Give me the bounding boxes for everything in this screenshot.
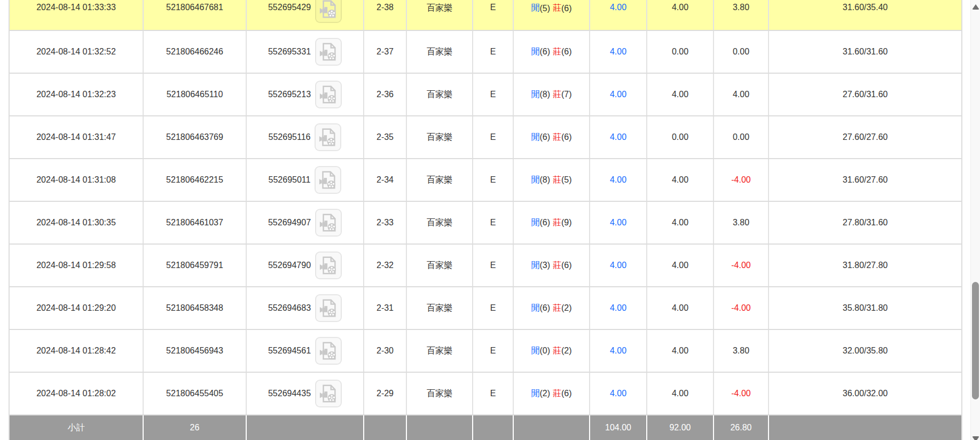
valid-bet-amount: 4.00: [647, 245, 714, 286]
bet-amount-cell: 4.00: [590, 373, 647, 414]
bet-amount-cell: 4.00: [590, 202, 647, 243]
arrow-down-icon: [972, 436, 979, 440]
table-row[interactable]: 2024-08-14 01:32:52521806466246552695331…: [10, 30, 961, 73]
win-loss-amount: 4.00: [714, 74, 769, 115]
bet-amount-link[interactable]: 4.00: [610, 90, 626, 99]
bet-amount-link[interactable]: 4.00: [610, 389, 626, 398]
table-code: E: [473, 245, 514, 286]
balance-before-after: 31.80/27.80: [769, 245, 961, 286]
scroll-down-button[interactable]: [971, 436, 980, 440]
bet-amount-link[interactable]: 4.00: [610, 346, 626, 356]
banker-label: 莊: [553, 345, 561, 357]
video-replay-button[interactable]: [315, 81, 342, 108]
table-body: 2024-08-14 01:33:33521806467681552695429…: [10, 0, 961, 414]
bet-id: 521806462215: [144, 159, 247, 201]
bet-amount-link[interactable]: 4.00: [610, 3, 626, 12]
subtotal-row: 小計 26 104.00 92.00 26.80: [10, 414, 961, 440]
balance-before-after: 27.60/27.60: [769, 116, 961, 158]
player-score: (8): [539, 175, 550, 185]
bet-amount-link[interactable]: 4.00: [610, 132, 626, 142]
round-id: 552695331: [268, 47, 311, 57]
bet-time: 2024-08-14 01:31:08: [10, 159, 144, 201]
video-replay-button[interactable]: [315, 337, 342, 365]
round-id: 552694907: [268, 218, 311, 227]
round-id-cell: 552695331: [247, 31, 364, 73]
arrow-up-icon: [972, 4, 979, 10]
round-id-cell: 552695116: [247, 116, 364, 158]
result-text: 閒(2)莊(6): [531, 388, 571, 399]
player-label: 閒: [531, 132, 539, 143]
table-row[interactable]: 2024-08-14 01:30:35521806461037552694907…: [10, 201, 961, 243]
scrollbar-thumb[interactable]: [972, 282, 979, 399]
banker-score: (5): [561, 175, 572, 185]
player-label: 閒: [531, 303, 539, 314]
table-row[interactable]: 2024-08-14 01:28:02521806455405552694435…: [10, 372, 961, 414]
vertical-scrollbar[interactable]: [970, 0, 980, 440]
video-replay-button[interactable]: [315, 294, 342, 322]
bet-amount-link[interactable]: 4.00: [610, 47, 626, 57]
valid-bet-amount: 4.00: [647, 330, 714, 372]
win-loss-amount: 0.00: [714, 116, 769, 158]
table-row[interactable]: 2024-08-14 01:33:33521806467681552695429…: [10, 0, 961, 30]
balance-before-after: 35.80/31.80: [769, 287, 961, 329]
bet-amount-link[interactable]: 4.00: [610, 175, 626, 185]
subtotal-empty-table: [473, 415, 514, 440]
result-text: 閒(8)莊(7): [531, 89, 571, 100]
game-result: 閒(6)莊(6): [514, 31, 590, 73]
banker-label: 莊: [553, 217, 561, 229]
video-replay-button[interactable]: [315, 252, 342, 279]
game-name: 百家樂: [407, 74, 473, 115]
balance-before-after: 27.60/31.60: [769, 74, 961, 115]
game-result: 閒(2)莊(6): [514, 373, 590, 414]
win-loss-amount: -4.00: [714, 373, 769, 414]
win-loss-amount: -4.00: [714, 287, 769, 329]
bet-amount-link[interactable]: 4.00: [610, 303, 626, 313]
table-row[interactable]: 2024-08-14 01:29:20521806458348552694683…: [10, 286, 961, 329]
subtotal-label: 小計: [10, 415, 144, 440]
bet-time: 2024-08-14 01:33:33: [10, 0, 144, 30]
player-label: 閒: [531, 388, 539, 399]
table-row[interactable]: 2024-08-14 01:29:58521806459791552694790…: [10, 243, 961, 286]
video-replay-button[interactable]: [315, 0, 342, 23]
scroll-up-button[interactable]: [971, 4, 980, 12]
video-replay-button[interactable]: [315, 38, 342, 66]
video-replay-button[interactable]: [315, 123, 341, 151]
bet-amount-cell: 4.00: [590, 74, 647, 115]
video-replay-button[interactable]: [315, 209, 342, 237]
round-id: 552694683: [268, 303, 311, 313]
balance-before-after: 31.60/27.60: [769, 159, 961, 201]
table-row[interactable]: 2024-08-14 01:28:42521806456943552694561…: [10, 329, 961, 372]
banker-score: (2): [561, 303, 572, 313]
bet-time: 2024-08-14 01:28:02: [10, 373, 144, 414]
bet-amount-link[interactable]: 4.00: [610, 261, 626, 270]
win-loss-amount: 0.00: [714, 31, 769, 73]
game-name: 百家樂: [407, 330, 473, 372]
video-replay-button[interactable]: [315, 166, 341, 194]
table-code: E: [473, 287, 514, 329]
round-number: 2-30: [364, 330, 407, 372]
bet-amount-link[interactable]: 4.00: [610, 218, 626, 227]
bet-history-page: { "labels": { "player": "閒", "banker": "…: [0, 0, 980, 440]
player-score: (6): [539, 132, 550, 142]
result-text: 閒(6)莊(6): [531, 46, 571, 58]
round-number: 2-38: [364, 0, 407, 30]
win-loss-amount: 3.80: [714, 330, 769, 372]
banker-label: 莊: [553, 175, 561, 186]
video-file-icon: [318, 84, 339, 105]
table-row[interactable]: 2024-08-14 01:32:23521806465110552695213…: [10, 73, 961, 115]
result-text: 閒(3)莊(6): [531, 260, 571, 271]
round-id-cell: 552695011: [247, 159, 364, 201]
video-replay-button[interactable]: [315, 380, 342, 407]
bet-time: 2024-08-14 01:32:23: [10, 74, 144, 115]
table-row[interactable]: 2024-08-14 01:31:08521806462215552695011…: [10, 158, 961, 201]
round-number: 2-34: [364, 159, 407, 201]
table-row[interactable]: 2024-08-14 01:31:47521806463769552695116…: [10, 115, 961, 158]
subtotal-empty-game: [407, 415, 473, 440]
player-label: 閒: [531, 3, 539, 14]
player-label: 閒: [531, 217, 539, 229]
player-score: (2): [539, 389, 550, 398]
bet-id: 521806463769: [144, 116, 247, 158]
player-score: (3): [539, 261, 550, 270]
player-label: 閒: [531, 260, 539, 271]
player-score: (0): [539, 346, 550, 356]
